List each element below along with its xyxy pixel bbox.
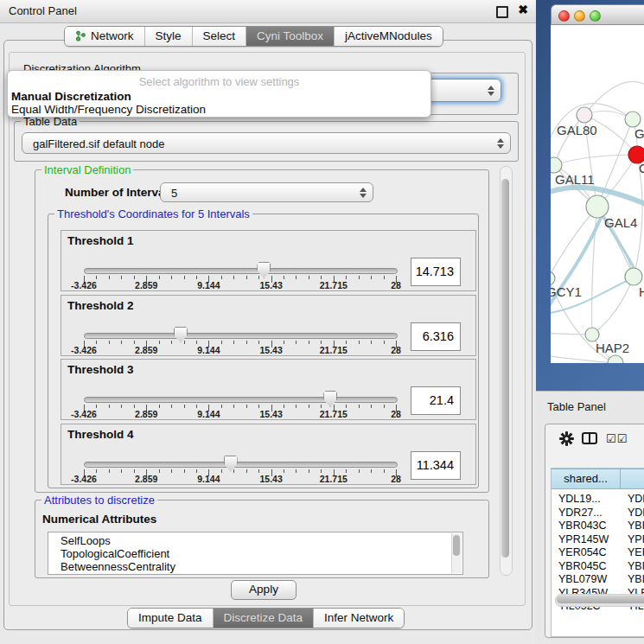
scrollbar-thumb[interactable] <box>557 596 644 603</box>
select-columns-icon[interactable]: ☑☑ <box>606 432 628 445</box>
slider-track[interactable] <box>84 333 398 339</box>
network-node-GCY1[interactable] <box>551 271 555 285</box>
network-node-G[interactable] <box>625 112 641 127</box>
scale-label: 15.43 <box>259 474 282 484</box>
column-header-1[interactable]: shared... <box>552 469 621 489</box>
scale-label: 15.43 <box>259 409 282 419</box>
numerical-attributes-list[interactable]: SelfLoopsTopologicalCoefficientBetweenne… <box>48 532 463 575</box>
scale-label: 9.144 <box>197 409 220 419</box>
network-edge[interactable] <box>592 277 634 335</box>
number-of-intervals-label: Number of Intervals <box>65 186 175 199</box>
cell-name: YBR0 <box>628 520 644 532</box>
tab-label: Discretize Data <box>224 611 303 624</box>
table-row[interactable]: YPR145WYPR1 <box>552 533 644 547</box>
interval-definition-group: Interval Definition Number of Intervals … <box>35 169 489 493</box>
attribute-list-item[interactable]: SelfLoops <box>48 534 462 547</box>
tab-style[interactable]: Style <box>144 27 192 46</box>
settings-vertical-scrollbar[interactable] <box>500 166 513 576</box>
scrollbar-thumb[interactable] <box>453 535 460 556</box>
threshold-label: Threshold 4 <box>67 428 134 441</box>
thresholds-group: Threshold's Coordinates for 5 Intervals … <box>48 214 479 488</box>
apply-button[interactable]: Apply <box>231 580 296 600</box>
network-node-H[interactable] <box>625 268 642 285</box>
cell-shared-name: YDL19... <box>558 493 601 505</box>
scale-label: 2.859 <box>135 474 157 484</box>
scale-label: 2.859 <box>135 280 157 290</box>
bottom-tab-group: Impute DataDiscretize DataInfer Network <box>127 608 405 628</box>
slider-track[interactable] <box>84 462 398 468</box>
table-row[interactable]: YDL19...YDL1 <box>552 493 644 507</box>
cell-shared-name: YBL079W <box>558 573 607 585</box>
threshold-2-panel: Threshold 2-3.4262.8599.14415.4321.71528… <box>61 295 476 356</box>
split-panel-icon[interactable] <box>582 432 597 444</box>
network-node-GAL11[interactable] <box>551 157 562 173</box>
threshold-1-value-field[interactable]: 14.713 <box>411 258 461 286</box>
zoom-traffic-light-icon[interactable] <box>590 10 601 22</box>
tab-impute-data[interactable]: Impute Data <box>128 609 213 628</box>
gear-icon[interactable] <box>559 431 574 446</box>
tab-network[interactable]: Network <box>65 27 144 46</box>
column-header-2[interactable]: n... <box>621 469 644 489</box>
cell-name: YDL1 <box>628 493 644 505</box>
table-data-combobox[interactable]: galFiltered.sif default node <box>22 132 511 154</box>
scrollbar-thumb[interactable] <box>501 179 509 558</box>
attribute-list-item[interactable]: TopologicalCoefficient <box>48 547 462 560</box>
threshold-label: Threshold 2 <box>67 299 134 312</box>
table-horizontal-scrollbar[interactable] <box>555 594 644 607</box>
tab-select[interactable]: Select <box>192 27 246 46</box>
table-row[interactable]: YER054CYER0 <box>552 546 644 560</box>
network-graph: GAL80GCGAL11GAL4GCY1HHAP2 <box>551 25 644 363</box>
tab-discretize-data[interactable]: Discretize Data <box>213 609 314 628</box>
attribute-list-item[interactable]: BetweennessCentrality <box>48 560 462 573</box>
threshold-4-value-field[interactable]: 11.344 <box>411 451 461 480</box>
network-node-B[interactable] <box>608 355 623 363</box>
algorithm-placeholder: Select algorithm to view settings <box>8 75 430 88</box>
node-label: HAP2 <box>596 341 629 355</box>
tab-infer-network[interactable]: Infer Network <box>313 609 404 628</box>
network-node-GAL80[interactable] <box>577 107 592 123</box>
numerical-attributes-label: Numerical Attributes <box>42 513 156 526</box>
list-vertical-scrollbar[interactable] <box>451 533 462 573</box>
scale-label: 9.144 <box>197 345 220 355</box>
threshold-2-value-field[interactable]: 6.316 <box>411 322 461 351</box>
minimize-traffic-light-icon[interactable] <box>574 10 585 22</box>
network-edge[interactable] <box>554 155 637 165</box>
threshold-3-value-field[interactable]: 21.4 <box>411 386 461 415</box>
table-row[interactable]: YBR043CYBR0 <box>552 520 644 533</box>
scale-label: 28 <box>391 474 401 484</box>
network-edge[interactable] <box>551 355 615 363</box>
network-window-titlebar[interactable] <box>551 4 644 25</box>
combo-stepper-icon <box>488 86 494 96</box>
threshold-4-panel: Threshold 4-3.4262.8599.14415.4321.71528… <box>61 424 476 485</box>
slider-scale-labels: -3.4262.8599.14415.4321.71528 <box>84 280 396 290</box>
slider-track[interactable] <box>84 397 398 403</box>
tab-label: Cyni Toolbox <box>257 29 323 42</box>
threshold-3-panel: Threshold 3-3.4262.8599.14415.4321.71528… <box>61 359 476 420</box>
number-of-intervals-combobox[interactable]: 5 <box>160 182 373 202</box>
algorithm-option[interactable]: Equal Width/Frequency Discretization <box>11 103 427 116</box>
table-row[interactable]: YDR27...YDR2 <box>552 507 644 520</box>
scale-label: -3.426 <box>71 280 97 290</box>
algorithm-dropdown-popup: Select algorithm to view settings Manual… <box>7 70 431 118</box>
cell-name: YER0 <box>628 546 644 558</box>
network-view-canvas[interactable]: GAL80GCGAL11GAL4GCY1HHAP2 <box>551 25 644 363</box>
slider-track[interactable] <box>84 268 398 274</box>
slider-scale-labels: -3.4262.8599.14415.4321.71528 <box>84 474 396 484</box>
number-of-intervals-value: 5 <box>171 186 177 199</box>
tab-cyni-toolbox[interactable]: Cyni Toolbox <box>245 27 334 46</box>
algorithm-option[interactable]: Manual Discretization <box>11 90 427 103</box>
close-traffic-light-icon[interactable] <box>558 10 570 22</box>
combo-stepper-icon <box>497 138 504 149</box>
node-table: shared...n... YDL19...YDL1YDR27...YDR2YB… <box>551 468 644 637</box>
close-icon[interactable]: ✖ <box>518 3 528 16</box>
table-row[interactable]: YBR045CYBR0 <box>552 560 644 574</box>
tab-label: Style <box>156 29 182 42</box>
tab-label: Infer Network <box>324 611 393 624</box>
network-edge[interactable] <box>584 81 644 115</box>
float-window-icon[interactable] <box>496 6 508 18</box>
network-node-HAP2[interactable] <box>585 328 599 341</box>
table-row[interactable]: YBL079WYBL0 <box>552 573 644 587</box>
tab-jactivemnodules[interactable]: jActiveMNodules <box>334 27 443 46</box>
slider-scale-labels: -3.4262.8599.14415.4321.71528 <box>84 345 396 355</box>
cell-shared-name: YPR145W <box>558 533 609 545</box>
